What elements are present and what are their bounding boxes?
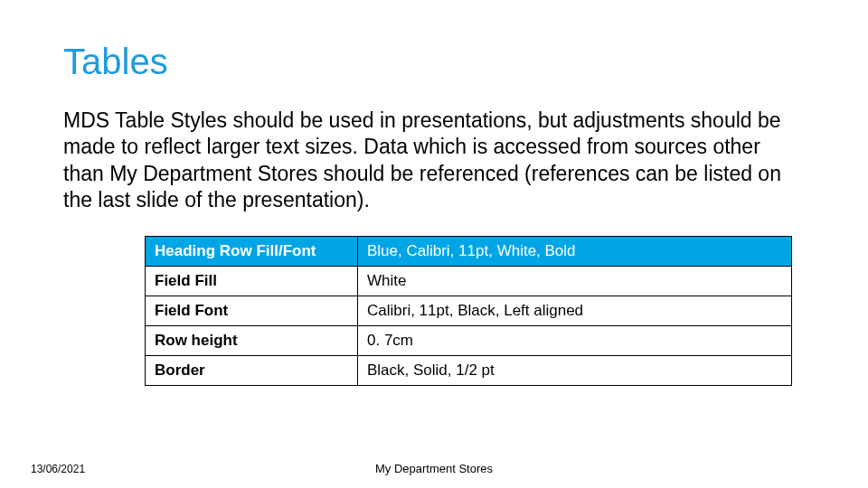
style-table: Heading Row Fill/Font Blue, Calibri, 11p…: [145, 236, 792, 386]
table-header-label: Heading Row Fill/Font: [146, 236, 358, 266]
table-row: Row height 0. 7cm: [146, 325, 792, 355]
slide-title: Tables: [63, 42, 805, 82]
table-row: Border Black, Solid, 1/2 pt: [146, 355, 792, 385]
slide: Tables MDS Table Styles should be used i…: [0, 0, 868, 488]
table-row: Field Fill White: [146, 266, 792, 296]
table-cell-label: Field Fill: [146, 266, 358, 296]
table-cell-value: Calibri, 11pt, Black, Left aligned: [358, 296, 792, 325]
table-cell-label: Field Font: [146, 296, 358, 325]
body-paragraph: MDS Table Styles should be used in prese…: [63, 108, 796, 214]
table-cell-value: White: [358, 266, 792, 296]
table-cell-label: Border: [146, 355, 358, 385]
table-cell-label: Row height: [146, 325, 358, 355]
slide-footer: 13/06/2021 My Department Stores: [0, 457, 868, 475]
footer-org: My Department Stores: [0, 462, 868, 475]
table-cell-value: 0. 7cm: [358, 325, 792, 355]
table-row: Field Font Calibri, 11pt, Black, Left al…: [146, 296, 792, 325]
table-cell-value: Black, Solid, 1/2 pt: [358, 355, 792, 385]
table-header-value: Blue, Calibri, 11pt, White, Bold: [358, 236, 792, 266]
table-header-row: Heading Row Fill/Font Blue, Calibri, 11p…: [146, 236, 792, 266]
